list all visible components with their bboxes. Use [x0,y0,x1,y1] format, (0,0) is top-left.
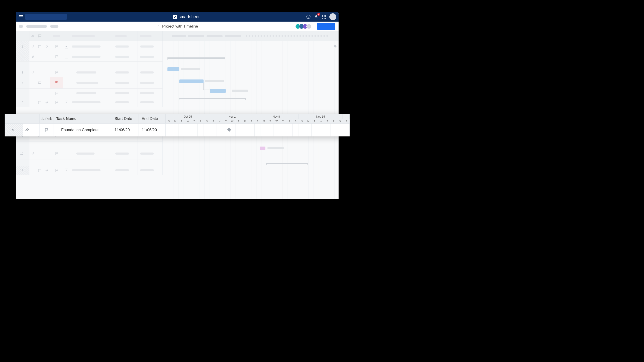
gantt-bar[interactable] [210,89,226,93]
table-row[interactable]: 4 [16,77,162,89]
end-date-header: End Date [142,116,158,121]
row-number: 6 [16,98,25,107]
timeline-day-label: S [343,119,350,123]
task-name-cell[interactable]: Foundation Complete [61,128,99,132]
table-row[interactable] [16,142,162,148]
attachment-column-header[interactable] [30,31,36,41]
row-number: 1 [16,41,25,52]
table-row[interactable] [16,160,162,166]
task-name-header: Task Name [56,116,76,121]
expand-icon[interactable]: + [65,101,68,104]
flag-icon[interactable] [50,77,63,88]
reminder-icon[interactable] [43,41,50,52]
attachment-icon[interactable] [30,41,36,52]
flag-icon[interactable] [50,41,63,52]
table-row[interactable]: 6 + [16,98,162,107]
end-date-cell[interactable]: 11/06/20 [142,128,157,132]
table-row[interactable]: 1 + [16,41,162,52]
flag-icon[interactable] [50,98,63,107]
help-icon[interactable]: ? [306,14,311,19]
highlight-header: At Risk Task Name Start Date End Date [4,114,166,124]
gantt-baseline [181,68,200,70]
search-input[interactable] [25,14,67,20]
comment-icon[interactable] [36,41,43,52]
svg-rect-0 [173,15,177,19]
gantt-bar[interactable] [260,147,266,150]
table-row[interactable]: 5 [16,89,162,98]
timeline-day-label: F [198,119,204,123]
timeline-day-label: W [185,119,191,123]
timeline-header: Oct 25Nov 1Nov 8Nov 15 SMTWTFSSMTWTFSSMT… [166,114,350,124]
topnav: smartsheet ? 4 [16,12,338,21]
timeline-day-label: F [286,119,292,123]
brand-text: smartsheet [178,14,200,19]
reminder-icon[interactable] [43,98,50,107]
row-number: 3 [16,68,25,77]
timeline-day-label: S [337,119,344,123]
table-row[interactable]: 2 − [16,52,162,62]
collapse-icon[interactable]: − [65,55,68,59]
timeline-day-label: M [305,119,312,123]
timeline-day-label: W [318,119,324,123]
toolbar: ☆ Project with Timeline [16,21,338,31]
gantt-bar[interactable] [180,79,204,83]
toolbar-item[interactable] [26,25,47,28]
attachment-icon[interactable] [30,68,36,77]
timeline-day-label: M [172,119,179,123]
notifications-icon[interactable]: 4 [314,14,319,19]
timeline-day-label: T [236,119,242,123]
start-date-header: Start Date [114,116,132,121]
timeline-day-label: F [242,119,248,123]
timeline-day-label: T [324,119,331,123]
comment-icon[interactable] [36,77,43,88]
timeline-day-label: T [178,119,185,123]
timeline-day-label: S [248,119,254,123]
timeline-day-label: S [254,119,261,123]
gantt-baseline [206,80,224,82]
timeline-day-label: T [191,119,198,123]
timeline-day-label: S [210,119,217,123]
app-window: smartsheet ? 4 ☆ Project with Timeline [16,12,338,199]
gantt-bar[interactable] [168,67,180,71]
gantt-summary-bar[interactable] [179,98,246,99]
flag-icon[interactable] [40,124,54,137]
attachment-icon[interactable] [30,52,36,61]
row-number: 11 [16,166,25,175]
flag-icon[interactable] [50,89,63,98]
gantt-baseline [232,90,248,92]
comment-icon[interactable] [36,98,43,107]
timeline-day-label: T [312,119,318,123]
timeline-week-label: Nov 1 [210,114,254,119]
timeline-week-label: Nov 8 [254,114,298,119]
start-date-cell[interactable]: 11/06/20 [114,128,130,132]
gantt-summary-bar[interactable] [168,57,225,59]
favorite-star-icon[interactable]: ☆ [157,24,160,28]
table-row[interactable]: 10 [16,148,162,160]
share-button[interactable] [317,23,335,30]
flag-icon[interactable] [50,52,63,61]
row-number: 4 [16,77,25,88]
toolbar-item[interactable] [50,25,58,28]
table-row[interactable] [16,62,162,68]
table-row[interactable]: 3 [16,68,162,77]
sheet-title: Project with Timeline [162,24,198,29]
menu-icon[interactable] [18,14,24,19]
timeline-day-label: S [166,119,172,123]
gantt-summary-bar[interactable] [266,163,308,164]
timeline-day-label: T [267,119,274,123]
attachment-icon[interactable] [23,124,31,137]
brand-logo: smartsheet [68,14,304,19]
apps-icon[interactable] [322,14,326,19]
avatar[interactable] [329,13,336,20]
highlighted-row-overlay: At Risk Task Name Start Date End Date 9 … [4,114,350,137]
flag-icon[interactable] [50,68,63,77]
collaborator-avatars[interactable] [297,24,312,29]
toolbar-item[interactable] [19,25,23,28]
comment-column-header[interactable] [36,31,43,41]
expand-icon[interactable]: + [65,45,68,48]
timeline-day-label: S [292,119,299,123]
table-row[interactable]: 11 + [16,166,162,175]
highlight-gantt[interactable] [166,124,350,137]
svg-text:?: ? [308,15,309,18]
highlighted-row[interactable]: 9 Foundation Complete 11/06/20 11/06/20 [4,124,166,137]
